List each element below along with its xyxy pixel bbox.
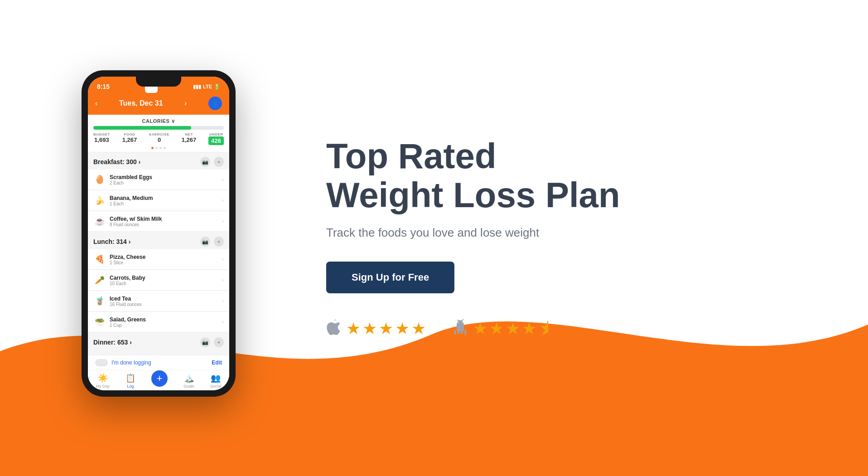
lunch-title[interactable]: Lunch: 314 › <box>93 238 130 245</box>
social-icon: 👥 <box>211 373 221 383</box>
list-item[interactable]: 🥚 Scrambled Eggs 2 Each › <box>88 170 229 190</box>
list-item[interactable]: 🥗 Salad, Greens 1 Cup › <box>88 312 229 332</box>
android-star-2: ★ <box>489 319 504 338</box>
android-icon <box>453 319 468 339</box>
tab-social[interactable]: 👥 Social <box>210 373 222 389</box>
phone-notch <box>136 77 181 87</box>
banana-info: Banana, Medium 1 Each <box>110 195 222 206</box>
ratings-row: ★ ★ ★ ★ ★ ★ ★ ★ ★ <box>326 319 823 339</box>
calories-stats: BUDGET 1,693 FOOD 1,267 EXERCISE 0 NET <box>93 132 224 145</box>
exercise-stat: EXERCISE 0 <box>149 132 169 145</box>
breakfast-add-icon[interactable]: + <box>214 157 224 167</box>
scrambled-eggs-name: Scrambled Eggs <box>110 174 222 180</box>
next-day-button[interactable]: › <box>184 99 187 107</box>
headline-line1: Top Rated <box>326 137 823 176</box>
status-time: 8:15 <box>97 83 110 90</box>
lunch-camera-icon[interactable]: 📷 <box>200 237 210 247</box>
bottom-bar: I'm done logging Edit ☀️ My Day 📋 Log <box>88 355 229 390</box>
ios-star-3: ★ <box>379 319 393 338</box>
pizza-sub: 1 Slice <box>110 260 222 265</box>
under-value: 426 <box>208 136 224 145</box>
ios-star-4: ★ <box>395 319 410 338</box>
budget-value: 1,693 <box>93 136 110 143</box>
lunch-actions: 📷 + <box>200 237 224 247</box>
net-stat: NET 1,267 <box>182 132 197 145</box>
current-date: Tues, Dec 31 <box>119 99 163 107</box>
dinner-add-icon[interactable]: + <box>214 337 224 347</box>
list-item[interactable]: ☕ Coffee, w/ Skim Milk 8 Fluid ounces › <box>88 211 229 232</box>
dot-1 <box>151 147 154 149</box>
ios-stars: ★ ★ ★ ★ ★ <box>346 319 426 338</box>
android-star-1: ★ <box>473 319 487 338</box>
done-toggle[interactable] <box>95 359 108 366</box>
dinner-header: Dinner: 653 › 📷 + <box>88 333 229 350</box>
dinner-actions: 📷 + <box>200 337 224 347</box>
signal-icon: ▮▮▮ <box>193 84 201 90</box>
breakfast-camera-icon[interactable]: 📷 <box>200 157 210 167</box>
android-stars: ★ ★ ★ ★ ⯨ <box>473 319 555 338</box>
myday-icon: ☀️ <box>98 373 108 383</box>
android-star-half: ⯨ <box>538 319 555 338</box>
coffee-sub: 8 Fluid ounces <box>110 222 222 227</box>
scrambled-eggs-info: Scrambled Eggs 2 Each <box>110 174 222 185</box>
food-stat: FOOD 1,267 <box>122 132 137 145</box>
tab-myday[interactable]: ☀️ My Day <box>96 373 110 389</box>
user-avatar[interactable]: 👤 <box>208 97 222 110</box>
list-item[interactable]: 🍌 Banana, Medium 1 Each › <box>88 190 229 211</box>
list-item[interactable]: 🥕 Carrots, Baby 10 Each › <box>88 270 229 291</box>
dinner-title[interactable]: Dinner: 653 › <box>93 339 132 346</box>
calories-title[interactable]: CALORIES ∨ <box>93 118 224 124</box>
under-stat: UNDER 426 <box>208 132 224 145</box>
breakfast-actions: 📷 + <box>200 157 224 167</box>
salad-chevron: › <box>222 319 224 325</box>
iced-tea-chevron: › <box>222 298 224 304</box>
iced-tea-icon: 🧋 <box>93 295 106 307</box>
lunch-header: Lunch: 314 › 📷 + <box>88 232 229 249</box>
ios-star-5: ★ <box>411 319 426 338</box>
prev-day-button[interactable]: ‹ <box>95 99 97 107</box>
social-label: Social <box>210 384 222 389</box>
phone-shell: 8:15 ▮▮▮ LTE 🔋 ‹ Tues, Dec 31 › 👤 <box>82 70 236 397</box>
lunch-add-icon[interactable]: + <box>214 237 224 247</box>
budget-stat: BUDGET 1,693 <box>93 132 110 145</box>
coffee-info: Coffee, w/ Skim Milk 8 Fluid ounces <box>110 216 222 227</box>
under-label: UNDER <box>208 132 224 136</box>
salad-icon: 🥗 <box>93 316 106 328</box>
subheadline: Track the foods you love and lose weight <box>326 226 823 240</box>
pizza-info: Pizza, Cheese 1 Slice <box>110 254 222 265</box>
carrots-chevron: › <box>222 277 224 283</box>
tab-add-button[interactable]: + <box>151 370 168 387</box>
android-rating: ★ ★ ★ ★ ⯨ <box>453 319 555 339</box>
coffee-chevron: › <box>222 218 224 224</box>
dot-2 <box>155 147 158 149</box>
banana-icon: 🍌 <box>93 194 106 207</box>
log-icon: 📋 <box>125 373 135 383</box>
marketing-section: Top Rated Weight Loss Plan Track the foo… <box>281 110 868 366</box>
dot-3 <box>159 147 162 149</box>
dinner-camera-icon[interactable]: 📷 <box>200 337 210 347</box>
pizza-name: Pizza, Cheese <box>110 254 222 260</box>
edit-button[interactable]: Edit <box>212 359 222 366</box>
salad-info: Salad, Greens 1 Cup <box>110 316 222 328</box>
log-label: Log <box>127 384 134 389</box>
date-nav: ‹ Tues, Dec 31 › 👤 <box>88 95 229 115</box>
banana-name: Banana, Medium <box>110 195 222 201</box>
iced-tea-sub: 16 Fluid ounces <box>110 302 222 307</box>
tab-goals[interactable]: 🏔️ Goals <box>183 373 194 389</box>
signup-button[interactable]: Sign Up for Free <box>326 262 454 293</box>
food-value: 1,267 <box>122 136 137 143</box>
breakfast-title[interactable]: Breakfast: 300 › <box>93 158 140 165</box>
done-logging-text[interactable]: I'm done logging <box>111 359 151 366</box>
phone-section: 8:15 ▮▮▮ LTE 🔋 ‹ Tues, Dec 31 › 👤 <box>0 0 281 476</box>
breakfast-header: Breakfast: 300 › 📷 + <box>88 152 229 170</box>
scrambled-eggs-sub: 2 Each <box>110 180 222 185</box>
meal-scroll[interactable]: Breakfast: 300 › 📷 + 🥚 Scrambled Eggs 2 … <box>88 152 229 355</box>
list-item[interactable]: 🧋 Iced Tea 16 Fluid ounces › <box>88 291 229 311</box>
ios-star-1: ★ <box>346 319 361 338</box>
list-item[interactable]: 🍕 Pizza, Cheese 1 Slice › <box>88 249 229 270</box>
calories-bar-fill <box>93 126 191 130</box>
tab-log[interactable]: 📋 Log <box>125 373 135 389</box>
carrots-info: Carrots, Baby 10 Each <box>110 275 222 286</box>
scrambled-eggs-icon: 🥚 <box>93 173 106 186</box>
phone-screen: 8:15 ▮▮▮ LTE 🔋 ‹ Tues, Dec 31 › 👤 <box>88 77 229 390</box>
